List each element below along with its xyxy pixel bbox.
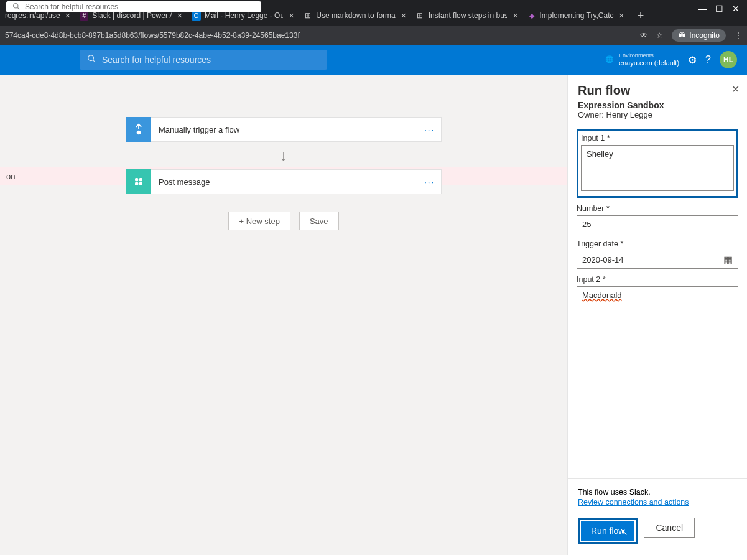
- run-flow-label: Run flow: [591, 526, 624, 536]
- new-tab-button[interactable]: +: [632, 9, 649, 22]
- footer-text: This flow uses Slack.: [578, 488, 737, 497]
- calendar-icon[interactable]: ▦: [718, 251, 738, 269]
- svg-point-4: [137, 131, 141, 135]
- tab-label: Use markdown to format P: [316, 11, 395, 20]
- svg-rect-6: [139, 178, 142, 181]
- trigger-step[interactable]: Manually trigger a flow ···: [126, 117, 442, 142]
- help-icon[interactable]: ?: [705, 54, 711, 65]
- tab-trycatch[interactable]: ◆ Implementing Try,Catch an ×: [522, 6, 628, 25]
- close-icon[interactable]: ×: [618, 11, 626, 21]
- new-step-button[interactable]: + New step: [228, 212, 290, 230]
- search-peek-duplicate: Search for helpful resources: [6, 1, 261, 12]
- trigger-label: Manually trigger a flow: [159, 125, 424, 134]
- diamond-icon: ◆: [527, 11, 536, 21]
- avatar[interactable]: HL: [720, 51, 737, 68]
- slack-action-icon: [126, 169, 151, 194]
- gear-icon[interactable]: ⚙: [688, 54, 697, 66]
- svg-rect-7: [135, 182, 138, 185]
- globe-icon: 🌐: [605, 55, 614, 63]
- step-menu-icon[interactable]: ···: [424, 177, 435, 187]
- input1-textarea[interactable]: Shelley: [581, 145, 734, 191]
- number-field: Number *: [577, 204, 738, 233]
- cancel-button[interactable]: Cancel: [644, 518, 695, 538]
- eye-off-icon[interactable]: 👁: [640, 31, 647, 40]
- step-menu-icon[interactable]: ···: [424, 125, 435, 134]
- tab-label: Slack | discord | Power Aut: [92, 11, 171, 20]
- star-icon[interactable]: ☆: [656, 31, 663, 40]
- ms-icon: ⊞: [304, 11, 312, 21]
- run-flow-button[interactable]: Run flow ↖: [581, 521, 634, 541]
- trigger-date-input[interactable]: [577, 251, 718, 269]
- post-step[interactable]: Post message ···: [126, 169, 442, 194]
- search-icon: [87, 54, 96, 65]
- tab-label: Implementing Try,Catch an: [539, 11, 613, 20]
- search-icon: [12, 2, 20, 12]
- save-button[interactable]: Save: [299, 212, 339, 230]
- tab-label: Instant flow steps in busin: [429, 11, 508, 20]
- review-connections-link[interactable]: Review connections and actions: [578, 498, 689, 506]
- svg-line-3: [93, 60, 96, 63]
- svg-point-2: [88, 55, 94, 61]
- close-icon[interactable]: ×: [511, 11, 520, 21]
- input2-label: Input 2 *: [577, 275, 738, 284]
- search-peek-text: Search for helpful resources: [25, 2, 118, 11]
- input1-field: Input 1 * Shelley: [577, 129, 738, 198]
- input1-label: Input 1 *: [581, 134, 734, 142]
- run-flow-panel: Run flow ✕ Expression Sandbox Owner: Hen…: [567, 75, 747, 555]
- tab-label: Mail - Henry Legge - Outl: [205, 11, 283, 20]
- environment-picker[interactable]: 🌐 Environments enayu.com (default): [605, 52, 679, 67]
- notification-text: on: [6, 172, 15, 181]
- svg-rect-5: [135, 178, 138, 181]
- trigger-icon: [126, 117, 151, 142]
- maximize-icon[interactable]: ☐: [715, 4, 723, 14]
- close-icon[interactable]: ✕: [731, 83, 740, 95]
- panel-title: Run flow: [578, 83, 737, 98]
- close-icon[interactable]: ×: [399, 11, 408, 21]
- search-box[interactable]: [80, 50, 327, 70]
- trigger-date-field: Trigger date * ▦: [577, 240, 738, 269]
- tab-label: reqres.in/api/users: [5, 11, 60, 20]
- tab-instant[interactable]: ⊞ Instant flow steps in busin ×: [411, 6, 522, 25]
- post-label: Post message: [159, 177, 424, 187]
- ms-icon: ⊞: [415, 11, 425, 21]
- incognito-label: Incognito: [689, 31, 720, 40]
- arrow-down-icon: ↓: [280, 147, 287, 164]
- cursor-icon: ↖: [621, 527, 628, 537]
- app-header: 🌐 Environments enayu.com (default) ⚙ ? H…: [0, 45, 747, 75]
- svg-point-0: [14, 3, 19, 8]
- close-icon[interactable]: ✕: [732, 4, 740, 14]
- svg-line-1: [17, 7, 19, 9]
- input2-textarea[interactable]: Macdonald: [577, 286, 738, 332]
- close-icon[interactable]: ×: [287, 11, 296, 21]
- trigger-date-label: Trigger date *: [577, 240, 738, 248]
- search-input[interactable]: [102, 55, 320, 65]
- flow-canvas: on Manually trigger a flow ··· ↓ Post me…: [0, 75, 567, 555]
- incognito-badge: 🕶 Incognito: [672, 29, 726, 42]
- panel-owner: Owner: Henry Legge: [578, 110, 652, 119]
- menu-icon[interactable]: ⋮: [735, 31, 742, 40]
- input2-field: Input 2 * Macdonald: [577, 275, 738, 335]
- env-label: Environments: [619, 52, 679, 59]
- panel-subtitle: Expression Sandbox: [578, 100, 737, 110]
- window-controls: — ☐ ✕: [690, 0, 747, 17]
- url-text[interactable]: 574ca4-cde8-4d8b-bcb8-897b1a5d8b63/flows…: [5, 31, 300, 40]
- run-button-highlight: Run flow ↖: [578, 518, 638, 544]
- address-bar: 574ca4-cde8-4d8b-bcb8-897b1a5d8b63/flows…: [0, 26, 747, 45]
- incognito-icon: 🕶: [678, 31, 685, 40]
- env-value: enayu.com (default): [619, 59, 679, 67]
- number-input[interactable]: [577, 215, 738, 233]
- tab-markdown[interactable]: ⊞ Use markdown to format P ×: [299, 6, 411, 25]
- number-label: Number *: [577, 204, 738, 213]
- minimize-icon[interactable]: —: [698, 4, 707, 14]
- svg-rect-8: [139, 182, 142, 185]
